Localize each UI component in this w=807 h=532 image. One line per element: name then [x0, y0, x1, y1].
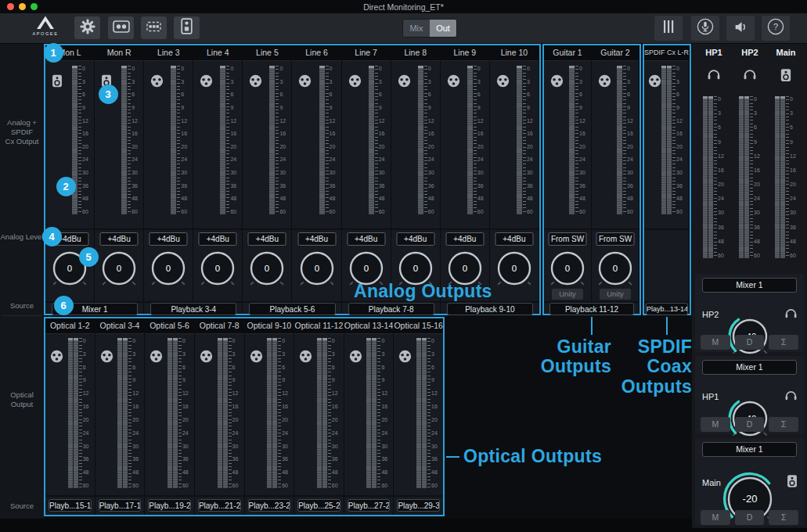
- meter-scale-tick: 12: [230, 118, 240, 124]
- mixer-source-select[interactable]: Mixer 1: [702, 360, 797, 375]
- meter-scale-tick: 20: [332, 417, 341, 422]
- source-select[interactable]: Playb...29-30: [397, 499, 440, 512]
- source-select[interactable]: Playb...25-26: [297, 499, 340, 512]
- mixer-source-select[interactable]: Mixer 1: [702, 278, 797, 293]
- meter-scale-tick: 60: [718, 253, 727, 258]
- meter-scale-tick: 48: [230, 196, 240, 201]
- toolbar-speaker-sound-button[interactable]: [726, 16, 755, 41]
- toolbar-channels-button[interactable]: [108, 16, 134, 39]
- trim-knob[interactable]: 0: [293, 244, 341, 293]
- meter-scale-tick: 60: [282, 483, 291, 488]
- meter-scale-tick: 9: [428, 105, 438, 110]
- source-select[interactable]: Playb...13-14: [646, 303, 688, 315]
- meter-scale-tick: 6: [330, 92, 339, 97]
- source-select[interactable]: Playb...17-18: [99, 499, 142, 512]
- dim-button[interactable]: D: [735, 335, 765, 350]
- meter-scale-tick: 9: [82, 105, 92, 110]
- source-select[interactable]: Playback 3-4: [150, 303, 236, 315]
- meter-scale-tick: 20: [431, 417, 441, 422]
- source-select[interactable]: Playback 5-6: [249, 303, 335, 315]
- meter-scale-tick: 60: [754, 253, 763, 258]
- unity-button[interactable]: Unity: [552, 289, 583, 300]
- meter-scale-tick: 12: [754, 153, 763, 159]
- meter-scale-tick: 30: [282, 444, 291, 449]
- optical-callout-line: [446, 456, 459, 458]
- meter-scale-tick: 36: [232, 456, 242, 462]
- monitor-label: HP2: [732, 48, 768, 57]
- meter-scale-tick: 20: [579, 144, 589, 149]
- strip-title: Line 9: [441, 45, 489, 61]
- view-mix-button[interactable]: Mix: [403, 20, 430, 37]
- trim-knob[interactable]: 0: [95, 244, 143, 293]
- meter-scale-tick: 24: [579, 156, 589, 162]
- meter-scale-tick: 9: [182, 377, 192, 383]
- meter-scale-tick: 30: [676, 170, 686, 175]
- toolbar-device-button[interactable]: [174, 16, 200, 39]
- source-select[interactable]: Playb...15-16: [49, 499, 92, 512]
- source-select[interactable]: Playback 9-10: [447, 303, 533, 315]
- meter-scale-tick: 12: [232, 390, 242, 396]
- meter-scale-tick: 30: [230, 170, 240, 175]
- sum-mono-button[interactable]: Σ: [769, 335, 798, 350]
- mute-button[interactable]: M: [701, 335, 730, 350]
- dim-button[interactable]: D: [735, 510, 765, 525]
- meter-scale-tick: 60: [279, 209, 289, 214]
- meter-ruler: [786, 96, 789, 258]
- meter-scale-tick: 3: [718, 110, 727, 116]
- sum-mono-button[interactable]: Σ: [769, 510, 798, 525]
- trim-knob[interactable]: 0: [490, 244, 539, 293]
- meter-scale-tick: 12: [627, 118, 636, 124]
- xlr-icon: [398, 350, 412, 366]
- source-select[interactable]: Playb...21-22: [198, 499, 241, 512]
- source-select[interactable]: Playback 7-8: [348, 303, 434, 315]
- meter-scale-tick: 16: [477, 131, 487, 136]
- xlr-icon: [250, 350, 263, 366]
- level-meter: 03691216202430364860: [416, 338, 441, 488]
- toolbar-gear-button[interactable]: [74, 16, 100, 39]
- dim-button[interactable]: D: [735, 417, 765, 432]
- trim-knob[interactable]: 0: [243, 244, 291, 293]
- unity-button[interactable]: Unity: [600, 289, 631, 300]
- meter-scale-tick: 20: [131, 144, 141, 149]
- trim-knob-wrap: 0: [591, 244, 639, 293]
- meter-scale-tick: 36: [282, 456, 291, 462]
- toolbar-routing-button[interactable]: [141, 16, 167, 39]
- spdif-output-section: SPDIF Cx L-R 03691216202430364860Playb..…: [643, 44, 691, 315]
- meter-scale-tick: 36: [676, 183, 686, 189]
- headphones-icon: [784, 390, 798, 404]
- source-select[interactable]: Playb...19-20: [148, 499, 191, 512]
- toolbar-microphone-button[interactable]: [691, 16, 719, 41]
- meter-scale-tick: 9: [579, 105, 589, 110]
- meter-scale-tick: 24: [83, 430, 92, 436]
- trim-knob[interactable]: 0: [543, 244, 592, 293]
- meter-scale-tick: 0: [82, 66, 92, 71]
- trim-knob[interactable]: 0: [144, 244, 193, 293]
- meter-scale-tick: 0: [279, 66, 289, 71]
- meter-scale-tick: 6: [579, 92, 589, 97]
- meter-scale-tick: 6: [182, 365, 192, 370]
- toolbar-faders-button[interactable]: [654, 16, 683, 41]
- toolbar-help-button[interactable]: ?: [762, 16, 790, 41]
- view-out-button[interactable]: Out: [430, 20, 456, 37]
- meter-scale-tick: 36: [718, 225, 727, 230]
- meter-scale-tick: 0: [477, 66, 487, 71]
- trim-knob[interactable]: 0: [591, 244, 639, 293]
- meter-scale-tick: 3: [131, 79, 141, 84]
- level-meter: 03691216202430364860: [68, 338, 92, 488]
- source-select[interactable]: Playback 11-12: [549, 303, 634, 315]
- trim-knob[interactable]: 0: [193, 244, 242, 293]
- xlr-icon: [550, 74, 564, 91]
- source-select[interactable]: Playb...27-28: [348, 499, 391, 512]
- mute-button[interactable]: M: [701, 510, 730, 525]
- meter-scale-tick: 12: [379, 118, 388, 124]
- meter-scale-tick: 36: [83, 456, 92, 462]
- source-select[interactable]: Playb...23-24: [248, 499, 291, 512]
- level-meter: 03691216202430364860: [369, 66, 388, 214]
- meter-scale-tick: 6: [232, 365, 242, 370]
- meter-scale-tick: 3: [676, 79, 686, 84]
- sum-mono-button[interactable]: Σ: [769, 417, 798, 432]
- mute-button[interactable]: M: [701, 417, 730, 432]
- meter-scale-tick: 3: [627, 79, 636, 84]
- svg-text:?: ?: [773, 22, 778, 31]
- meter-scale-tick: 6: [627, 92, 636, 97]
